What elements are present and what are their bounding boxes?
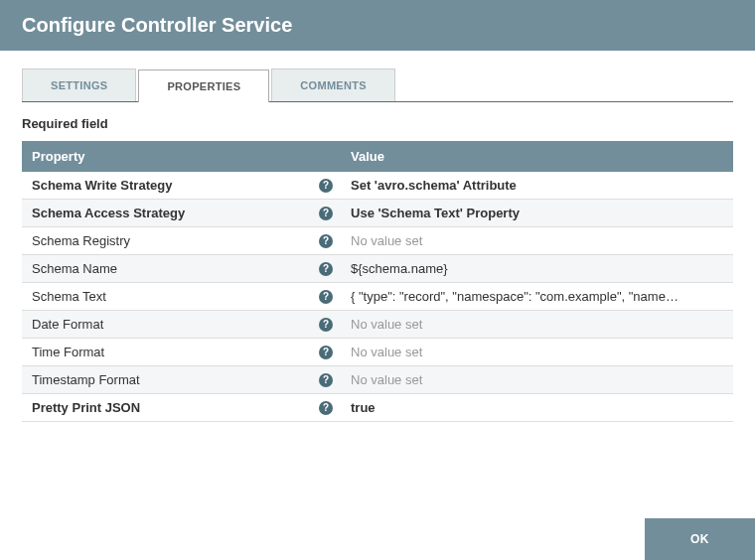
table-row: Schema Registry?No value set <box>22 227 733 255</box>
property-name: Schema Text <box>32 289 106 304</box>
property-actions-cell <box>688 227 733 255</box>
property-value-cell[interactable]: No value set <box>341 339 688 366</box>
property-value: Use 'Schema Text' Property <box>351 206 679 220</box>
property-name-cell: Schema Text? <box>22 283 341 311</box>
tab-bar: SETTINGS PROPERTIES COMMENTS <box>22 69 733 102</box>
property-name-cell: Schema Access Strategy? <box>22 200 341 227</box>
property-name-cell: Schema Registry? <box>22 227 341 255</box>
help-icon[interactable]: ? <box>319 401 333 415</box>
property-name: Schema Write Strategy <box>32 178 172 193</box>
tab-settings[interactable]: SETTINGS <box>22 69 136 101</box>
property-value: No value set <box>351 372 679 387</box>
property-value: { "type": "record", "namespace": "com.ex… <box>351 289 679 304</box>
help-icon[interactable]: ? <box>319 373 333 387</box>
help-icon[interactable]: ? <box>319 318 333 332</box>
table-row: Schema Write Strategy?Set 'avro.schema' … <box>22 172 733 200</box>
property-name: Schema Name <box>32 261 117 276</box>
property-value-cell[interactable]: Set 'avro.schema' Attribute <box>341 172 688 200</box>
property-value-cell[interactable]: No value set <box>341 311 688 339</box>
help-icon[interactable]: ? <box>319 290 333 304</box>
property-actions-cell <box>688 255 733 283</box>
table-row: Time Format?No value set <box>22 339 733 366</box>
property-value-cell[interactable]: No value set <box>341 366 688 394</box>
property-name-cell: Schema Write Strategy? <box>22 172 341 200</box>
property-actions-cell <box>688 394 733 422</box>
property-name-cell: Date Format? <box>22 311 341 339</box>
property-value-cell[interactable]: Use 'Schema Text' Property <box>341 200 688 227</box>
property-value: Set 'avro.schema' Attribute <box>351 178 679 193</box>
property-name: Date Format <box>32 317 103 332</box>
property-value: ${schema.name} <box>351 261 679 276</box>
property-name: Timestamp Format <box>32 372 140 387</box>
table-row: Schema Access Strategy?Use 'Schema Text'… <box>22 200 733 227</box>
property-value: true <box>351 400 679 415</box>
table-row: Schema Text?{ "type": "record", "namespa… <box>22 283 733 311</box>
property-name: Time Format <box>32 345 104 359</box>
help-icon[interactable]: ? <box>319 179 333 193</box>
dialog-footer: OK <box>0 518 755 560</box>
table-row: Date Format?No value set <box>22 311 733 339</box>
table-row: Schema Name?${schema.name} <box>22 255 733 283</box>
property-actions-cell <box>688 311 733 339</box>
property-name: Pretty Print JSON <box>32 400 140 415</box>
table-row: Timestamp Format?No value set <box>22 366 733 394</box>
help-icon[interactable]: ? <box>319 207 333 220</box>
property-actions-cell <box>688 172 733 200</box>
property-actions-cell <box>688 339 733 366</box>
tab-properties[interactable]: PROPERTIES <box>138 70 269 102</box>
column-header-actions <box>688 141 733 172</box>
property-value: No value set <box>351 317 679 332</box>
properties-table: Property Value Schema Write Strategy?Set… <box>22 141 733 422</box>
property-value: No value set <box>351 233 679 248</box>
table-row: Pretty Print JSON?true <box>22 394 733 422</box>
property-name-cell: Pretty Print JSON? <box>22 394 341 422</box>
column-header-value: Value <box>341 141 688 172</box>
property-name: Schema Registry <box>32 233 130 248</box>
dialog-content: SETTINGS PROPERTIES COMMENTS Required fi… <box>0 51 755 422</box>
ok-button[interactable]: OK <box>645 518 755 560</box>
column-header-property: Property <box>22 141 341 172</box>
help-icon[interactable]: ? <box>319 234 333 248</box>
property-value-cell[interactable]: { "type": "record", "namespace": "com.ex… <box>341 283 688 311</box>
property-value-cell[interactable]: ${schema.name} <box>341 255 688 283</box>
property-name-cell: Timestamp Format? <box>22 366 341 394</box>
property-value-cell[interactable]: true <box>341 394 688 422</box>
property-value: No value set <box>351 345 679 359</box>
help-icon[interactable]: ? <box>319 346 333 359</box>
property-value-cell[interactable]: No value set <box>341 227 688 255</box>
property-actions-cell <box>688 283 733 311</box>
property-actions-cell <box>688 200 733 227</box>
property-name: Schema Access Strategy <box>32 206 185 220</box>
property-name-cell: Time Format? <box>22 339 341 366</box>
tab-comments[interactable]: COMMENTS <box>271 69 395 101</box>
help-icon[interactable]: ? <box>319 262 333 276</box>
dialog-title: Configure Controller Service <box>22 14 733 37</box>
property-actions-cell <box>688 366 733 394</box>
required-field-label: Required field <box>22 116 733 131</box>
dialog-header: Configure Controller Service <box>0 0 755 51</box>
property-name-cell: Schema Name? <box>22 255 341 283</box>
